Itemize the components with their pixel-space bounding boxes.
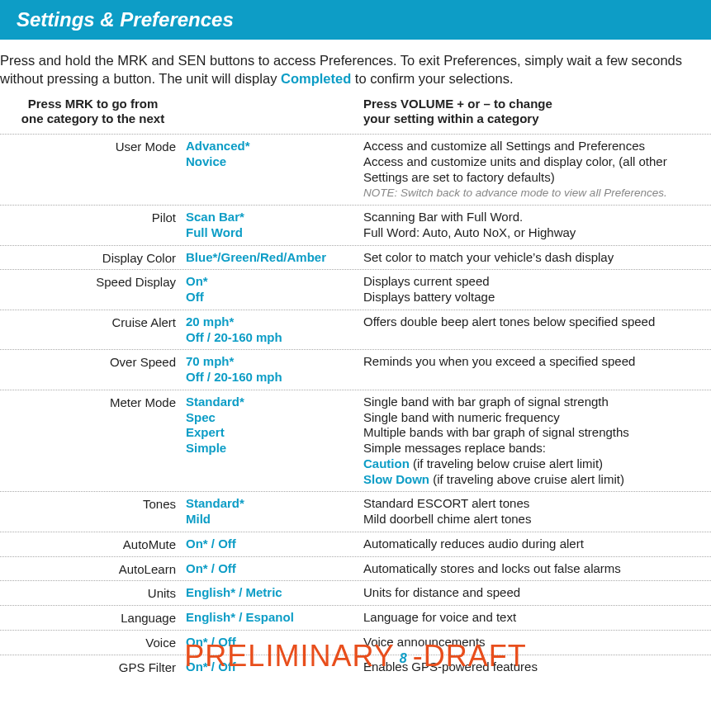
description-line: Offers double beep alert tones below spe… — [363, 314, 706, 330]
description-line: Units for distance and speed — [363, 585, 706, 601]
option-value: Full Word — [186, 225, 358, 241]
description-cell: Language for voice and text — [363, 610, 706, 626]
settings-row: Display ColorBlue*/Green/Red/AmberSet co… — [0, 246, 711, 271]
description-cell: Displays current speedDisplays battery v… — [363, 274, 706, 305]
category-label: GPS Filter — [0, 659, 186, 675]
description-line: Set color to match your vehicle’s dash d… — [363, 250, 706, 266]
description-line: Access and customize all Settings and Pr… — [363, 139, 706, 154]
description-line: Mild doorbell chime alert tones — [363, 512, 706, 527]
option-value: On* / Off — [186, 635, 358, 650]
option-value: Mild — [186, 512, 358, 527]
description-cell: Single band with bar graph of signal str… — [363, 395, 706, 488]
settings-row: Cruise Alert20 mph*Off / 20-160 mphOffer… — [0, 310, 711, 351]
options-cell: Standard*Mild — [186, 496, 363, 527]
settings-row: AutoMuteOn* / OffAutomatically reduces a… — [0, 532, 711, 557]
description-cell: Offers double beep alert tones below spe… — [363, 314, 706, 346]
options-cell: On* / Off — [186, 537, 363, 552]
intro-completed-word: Completed — [281, 71, 351, 86]
description-cell: Standard ESCORT alert tonesMild doorbell… — [363, 496, 706, 527]
col-left-line2: one category to the next — [21, 111, 164, 125]
description-cell: Units for distance and speed — [363, 585, 706, 601]
description-line: Displays current speed — [363, 274, 706, 290]
options-cell: English* / Espanol — [186, 610, 363, 626]
description-line: Voice announcements — [363, 635, 706, 650]
options-cell: On* / Off — [186, 561, 363, 577]
description-line: Access and customize units and display c… — [363, 154, 706, 186]
col-right-line1: Press VOLUME + or – to change — [363, 97, 552, 111]
description-cell: Reminds you when you exceed a specified … — [363, 354, 706, 385]
option-value: Standard* — [186, 496, 358, 512]
settings-row: Over Speed70 mph*Off / 20-160 mphReminds… — [0, 350, 711, 390]
option-value: On* / Off — [186, 659, 358, 675]
description-line: Full Word: Auto, Auto NoX, or Highway — [363, 225, 706, 241]
category-label: Language — [0, 610, 186, 626]
option-value: 20 mph* — [186, 314, 358, 330]
option-value: Advanced* — [186, 139, 358, 154]
category-label: AutoLearn — [0, 561, 186, 577]
option-value: Simple — [186, 441, 358, 456]
option-value: Spec — [186, 410, 358, 426]
settings-row: TonesStandard*MildStandard ESCORT alert … — [0, 492, 711, 532]
options-cell: 70 mph*Off / 20-160 mph — [186, 354, 363, 385]
description-cell: Enables GPS-powered features — [363, 659, 706, 675]
settings-row: VoiceOn* / OffVoice announcements — [0, 631, 711, 655]
description-cell: Voice announcements — [363, 635, 706, 650]
options-cell: 20 mph*Off / 20-160 mph — [186, 314, 363, 346]
settings-row: LanguageEnglish* / EspanolLanguage for v… — [0, 606, 711, 631]
option-value: On* — [186, 274, 358, 290]
options-cell: On*Off — [186, 274, 363, 305]
description-keyword: Caution — [363, 456, 410, 470]
options-cell: Advanced*Novice — [186, 139, 363, 201]
description-line: Automatically reduces audio during alert — [363, 537, 706, 552]
option-value: English* / Espanol — [186, 610, 358, 626]
description-extra-text: (if traveling below cruise alert limit) — [410, 456, 603, 470]
category-label: Cruise Alert — [0, 314, 186, 346]
description-extra-line: Slow Down (if traveling above cruise ale… — [363, 472, 706, 488]
option-value: Off / 20-160 mph — [186, 330, 358, 346]
option-value: On* / Off — [186, 561, 358, 577]
category-label: Voice — [0, 635, 186, 650]
category-label: Over Speed — [0, 354, 186, 385]
description-line: Automatically stores and locks out false… — [363, 561, 706, 577]
description-extra-line: Caution (if traveling below cruise alert… — [363, 456, 706, 472]
description-line: Simple messages replace bands: — [363, 441, 706, 456]
option-value: Novice — [186, 154, 358, 170]
column-header-left: Press MRK to go from one category to the… — [0, 97, 186, 128]
description-cell: Access and customize all Settings and Pr… — [363, 139, 706, 201]
category-label: Display Color — [0, 250, 186, 266]
description-line: Single band with bar graph of signal str… — [363, 395, 706, 410]
option-value: On* / Off — [186, 537, 358, 552]
options-cell: Scan Bar*Full Word — [186, 210, 363, 241]
option-value: English* / Metric — [186, 585, 358, 601]
options-cell: On* / Off — [186, 635, 363, 650]
settings-table: User ModeAdvanced*NoviceAccess and custo… — [0, 135, 711, 678]
description-note: NOTE: Switch back to advance mode to vie… — [363, 187, 706, 201]
settings-row: Speed DisplayOn*OffDisplays current spee… — [0, 270, 711, 310]
option-value: 70 mph* — [186, 354, 358, 370]
description-line: Scanning Bar with Full Word. — [363, 210, 706, 225]
option-value: Blue*/Green/Red/Amber — [186, 250, 358, 266]
description-line: Reminds you when you exceed a specified … — [363, 354, 706, 370]
option-value: Standard* — [186, 395, 358, 410]
description-line: Enables GPS-powered features — [363, 659, 706, 675]
description-extra-text: (if traveling above cruise alert limit) — [429, 472, 624, 486]
page-header: Settings & Preferences — [0, 0, 711, 40]
column-header-right: Press VOLUME + or – to change your setti… — [363, 97, 711, 128]
option-value: Off / 20-160 mph — [186, 370, 358, 385]
settings-row: Meter ModeStandard*SpecExpertSimpleSingl… — [0, 390, 711, 493]
category-label: Units — [0, 585, 186, 601]
description-line: Multiple bands with bar graph of signal … — [363, 425, 706, 441]
description-cell: Scanning Bar with Full Word.Full Word: A… — [363, 210, 706, 241]
col-left-line1: Press MRK to go from — [28, 97, 159, 111]
column-header-spacer — [186, 97, 363, 128]
options-cell: Blue*/Green/Red/Amber — [186, 250, 363, 266]
category-label: Pilot — [0, 210, 186, 241]
description-cell: Automatically stores and locks out false… — [363, 561, 706, 577]
category-label: User Mode — [0, 139, 186, 201]
category-label: Meter Mode — [0, 395, 186, 488]
description-line: Language for voice and text — [363, 610, 706, 626]
description-keyword: Slow Down — [363, 472, 429, 486]
options-cell: English* / Metric — [186, 585, 363, 601]
settings-row: AutoLearnOn* / OffAutomatically stores a… — [0, 557, 711, 582]
category-label: AutoMute — [0, 537, 186, 552]
